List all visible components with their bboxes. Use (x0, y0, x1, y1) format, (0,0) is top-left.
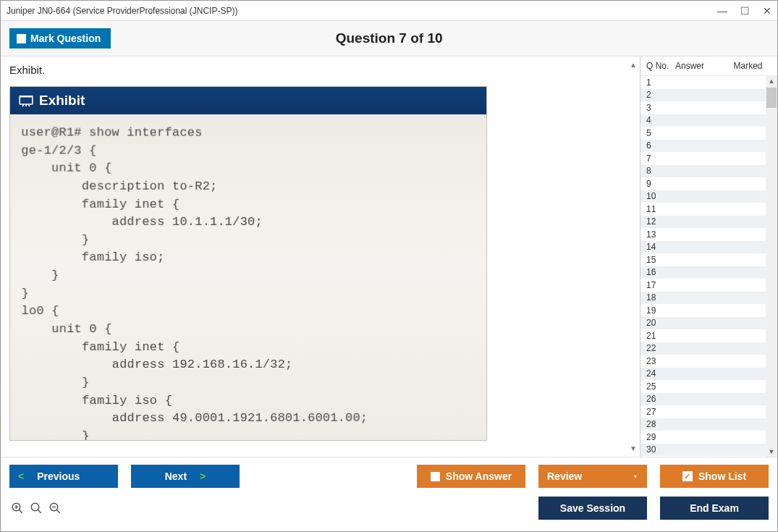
question-row[interactable]: 22 (640, 342, 777, 355)
question-row[interactable]: 3 (640, 101, 777, 114)
question-number: 20 (646, 318, 665, 328)
scroll-up-icon[interactable]: ▲ (769, 76, 775, 86)
question-row[interactable]: 26 (640, 393, 777, 406)
scroll-down-icon[interactable]: ▼ (630, 444, 638, 452)
question-number: 18 (646, 292, 665, 303)
question-number: 26 (646, 394, 665, 404)
question-number: 7 (646, 153, 665, 164)
question-number: 16 (646, 267, 665, 277)
question-row[interactable]: 18 (640, 292, 777, 305)
question-number: 15 (646, 255, 665, 265)
presentation-icon (19, 95, 33, 106)
mark-question-label: Mark Question (30, 33, 101, 44)
close-icon[interactable]: ✕ (763, 5, 771, 17)
checkbox-icon (431, 472, 440, 481)
question-row[interactable]: 1 (640, 76, 777, 89)
question-row[interactable]: 23 (640, 355, 777, 368)
question-row[interactable]: 24 (640, 368, 777, 381)
question-number: 11 (646, 204, 665, 214)
question-number: 27 (646, 407, 665, 417)
checked-icon: ✓ (682, 471, 693, 481)
question-row[interactable]: 19 (640, 304, 777, 317)
previous-label: Previous (37, 470, 80, 482)
question-row[interactable]: 21 (640, 329, 777, 342)
button-row-1: < Previous Next > Show Answer Review ▼ ✓… (9, 465, 769, 488)
question-row[interactable]: 16 (640, 266, 777, 279)
question-row[interactable]: 13 (640, 228, 777, 241)
question-number: 23 (646, 356, 665, 366)
question-row[interactable]: 29 (640, 431, 777, 444)
end-exam-label: End Exam (690, 502, 739, 514)
show-list-button[interactable]: ✓ Show List (660, 465, 769, 488)
question-row[interactable]: 14 (640, 241, 777, 254)
question-row[interactable]: 30 (640, 444, 777, 457)
question-number: 30 (646, 444, 665, 455)
question-number: 8 (646, 166, 665, 176)
question-number: 29 (646, 432, 665, 442)
show-answer-button[interactable]: Show Answer (417, 465, 525, 488)
svg-point-3 (31, 503, 39, 511)
dropdown-icon: ▼ (633, 473, 638, 480)
question-number: 1 (646, 77, 665, 88)
question-number: 13 (646, 229, 665, 240)
titlebar: Juniper JN0-664 (Service ProviderProfess… (1, 1, 777, 21)
review-label: Review (547, 470, 582, 482)
question-row[interactable]: 28 (640, 418, 777, 431)
previous-button[interactable]: < Previous (9, 465, 118, 488)
sidebar-header: Q No. Answer Marked (640, 56, 777, 76)
question-number: 9 (646, 179, 665, 189)
question-list-sidebar: Q No. Answer Marked 12345678910111213141… (640, 56, 777, 457)
col-qno: Q No. (646, 61, 675, 71)
question-row[interactable]: 2 (640, 89, 777, 102)
question-area: ▲ ▼ Exhibit. Exhibit user@R1# show inter… (1, 56, 640, 457)
question-row[interactable]: 12 (640, 216, 777, 229)
end-exam-button[interactable]: End Exam (660, 497, 769, 520)
exhibit-image: Exhibit user@R1# show interfaces ge-1/2/… (9, 86, 487, 441)
sidebar-scrollbar[interactable]: ▲ ▼ (766, 76, 777, 457)
checkbox-icon (17, 34, 26, 43)
save-session-button[interactable]: Save Session (538, 497, 647, 520)
zoom-in-icon[interactable] (11, 502, 24, 515)
question-row[interactable]: 4 (640, 114, 777, 127)
question-number: 24 (646, 368, 665, 379)
scroll-down-icon[interactable]: ▼ (769, 447, 775, 457)
chevron-right-icon: > (200, 470, 206, 482)
question-number: 19 (646, 305, 665, 316)
question-number: 12 (646, 216, 665, 227)
zoom-reset-icon[interactable] (30, 502, 43, 515)
review-button[interactable]: Review ▼ (538, 465, 647, 488)
exhibit-header: Exhibit (10, 87, 486, 114)
minimize-icon[interactable]: — (717, 5, 727, 17)
question-row[interactable]: 8 (640, 165, 777, 178)
mark-question-button[interactable]: Mark Question (9, 28, 111, 48)
next-button[interactable]: Next > (131, 465, 240, 488)
scroll-up-icon[interactable]: ▲ (630, 61, 638, 69)
question-number: 14 (646, 242, 665, 252)
show-list-label: Show List (698, 470, 746, 482)
question-row[interactable]: 10 (640, 190, 777, 203)
content: ▲ ▼ Exhibit. Exhibit user@R1# show inter… (1, 56, 777, 457)
col-marked: Marked (723, 61, 773, 71)
question-row[interactable]: 11 (640, 203, 777, 216)
question-row[interactable]: 7 (640, 152, 777, 165)
question-row[interactable]: 25 (640, 380, 777, 393)
question-number: 22 (646, 343, 665, 353)
show-answer-label: Show Answer (446, 470, 512, 482)
maximize-icon[interactable]: ☐ (740, 5, 750, 17)
save-session-label: Save Session (560, 502, 625, 514)
sidebar-list[interactable]: 1234567891011121314151617181920212223242… (640, 76, 777, 457)
question-row[interactable]: 6 (640, 140, 777, 153)
question-row[interactable]: 5 (640, 127, 777, 140)
scroll-indicator[interactable]: ▲ ▼ (628, 56, 640, 457)
zoom-out-icon[interactable] (48, 502, 62, 515)
scroll-thumb[interactable] (766, 88, 777, 108)
button-row-2: Save Session End Exam (9, 497, 769, 520)
question-row[interactable]: 9 (640, 177, 777, 190)
question-row[interactable]: 20 (640, 317, 777, 330)
question-row[interactable]: 27 (640, 405, 777, 418)
question-row[interactable]: 17 (640, 279, 777, 292)
question-row[interactable]: 15 (640, 253, 777, 266)
col-answer: Answer (675, 61, 723, 71)
window-controls: — ☐ ✕ (717, 5, 771, 17)
svg-rect-1 (19, 96, 33, 97)
